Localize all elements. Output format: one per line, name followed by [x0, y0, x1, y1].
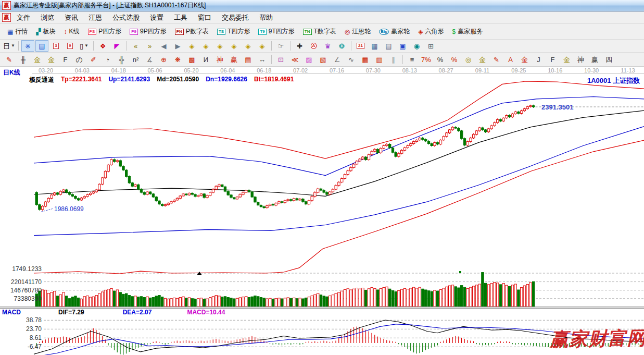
sectors-button[interactable]: ▞板块 [32, 26, 59, 37]
t9-square-button[interactable]: T99T四方形 [254, 26, 298, 37]
period-day-dropdown[interactable]: 日▼ [3, 40, 16, 52]
gold-level-tool[interactable]: 金 [476, 54, 489, 65]
zoom-in-h-icon[interactable]: ◈ [199, 40, 212, 52]
p-square-button[interactable]: PSP四方形 [84, 26, 126, 37]
hatch-tool[interactable]: ∥ [387, 54, 400, 65]
f-split-tool[interactable]: F [546, 54, 559, 65]
circle-cross-tool[interactable]: ⊕ [157, 54, 170, 65]
quotes-button[interactable]: ▦行情 [3, 26, 32, 37]
kline-button[interactable]: ↕K线 [60, 26, 84, 37]
p-digits-button[interactable]: PNP数字表 [171, 26, 213, 37]
menu-item-9[interactable]: 帮助 [255, 12, 277, 23]
pencil-angle-tool[interactable]: ✐ [87, 54, 100, 65]
print-icon[interactable]: ⊞ [424, 40, 437, 52]
compress-all-icon[interactable]: ◈ [228, 40, 241, 52]
fib-frame-tool[interactable]: F [59, 54, 72, 65]
ying-split-tool[interactable]: 赢 [588, 54, 601, 65]
crosshair-icon-glyph: ✚ [297, 43, 302, 50]
select-web-icon[interactable]: ❖ [96, 40, 109, 52]
time-circle-tool[interactable]: ◔ [101, 54, 114, 65]
gold-split2-tool[interactable]: 金 [560, 54, 573, 65]
grid-box-tool[interactable]: ▩ [185, 54, 198, 65]
gold-circle-tool[interactable]: ◎ [462, 54, 475, 65]
hexagon-button[interactable]: ◈六角形 [414, 26, 448, 37]
gold-box-2-tool[interactable]: 金 [45, 54, 58, 65]
n-square-tool[interactable]: n² [129, 54, 142, 65]
si-split-tool[interactable]: 四 [602, 54, 615, 65]
menu-item-3[interactable]: 江恩 [84, 12, 107, 23]
export-web-icon[interactable]: ◉ [410, 40, 423, 52]
candle-body [422, 138, 424, 140]
shen-split-tool[interactable]: 神 [574, 54, 587, 65]
kline-3-icon[interactable]: 3 [49, 40, 62, 52]
shen-box-tool[interactable]: 神 [213, 54, 226, 65]
zoom-region-icon[interactable]: A [307, 40, 320, 52]
menu-item-4[interactable]: 公式选股 [108, 12, 144, 23]
box-select-tool[interactable]: ⊡ [274, 54, 287, 65]
gann-web-icon[interactable]: ※ [21, 40, 34, 52]
spiral-tool[interactable]: の [73, 54, 86, 65]
hand-drag-icon[interactable]: ☞ [274, 40, 287, 52]
volume-bar [413, 287, 415, 307]
candle-body [113, 160, 116, 162]
expand-v-icon[interactable]: ◈ [242, 40, 255, 52]
notepad-icon[interactable]: ▤ [382, 40, 395, 52]
last-bar-icon[interactable]: » [143, 40, 156, 52]
j-split-tool[interactable]: J [532, 54, 545, 65]
zoom-out-h-icon[interactable]: ◈ [185, 40, 198, 52]
fan-box-tool[interactable]: ▨ [302, 54, 315, 65]
first-bar-icon[interactable]: « [129, 40, 142, 52]
radar-web-tool[interactable]: ❋ [171, 54, 184, 65]
fan-lines-tool[interactable]: ≪ [288, 54, 301, 65]
t-digits-button[interactable]: TNT数字表 [299, 26, 340, 37]
mirror-angle-tool[interactable]: ∡ [143, 54, 156, 65]
winner-service-button[interactable]: $赢家服务 [448, 26, 487, 37]
red-pencil-tool[interactable]: ✎ [490, 54, 503, 65]
ruler-123-tool[interactable]: ▤ [242, 54, 255, 65]
price-grid-tool[interactable]: ╬ [115, 54, 128, 65]
red-grid-tool[interactable]: ▦ [359, 54, 372, 65]
menu-item-6[interactable]: 工具 [169, 12, 192, 23]
menu-item-2[interactable]: 资讯 [60, 12, 83, 23]
ying-box-tool[interactable]: 赢 [228, 54, 241, 65]
gold-box-1-tool[interactable]: 金 [31, 54, 44, 65]
level-steps-tool[interactable]: ≡ [406, 54, 419, 65]
h-measure-tool[interactable]: ↔ [256, 54, 269, 65]
winner-wheel-button[interactable]: Big赢家轮 [375, 26, 414, 37]
wave-tool[interactable]: ∿ [345, 54, 358, 65]
menu-item-1[interactable]: 浏览 [36, 12, 59, 23]
color-flag-icon[interactable]: ◤ [110, 40, 123, 52]
gann-tools-icon[interactable]: ♛ [321, 40, 334, 52]
calendar-icon[interactable]: 21 [354, 40, 367, 52]
segment-lines-tool[interactable]: И [199, 54, 212, 65]
gann-grid-tool[interactable]: ╫ [17, 54, 30, 65]
menu-item-0[interactable]: 文件 [12, 12, 35, 23]
percent-line-tool[interactable]: % [448, 54, 461, 65]
f10-info-icon[interactable]: ▤ [35, 40, 48, 52]
expand-all-icon[interactable]: ◈ [213, 40, 226, 52]
compress-v-icon[interactable]: ◈ [256, 40, 269, 52]
web-box-tool[interactable]: ▧ [317, 54, 330, 65]
menu-item-8[interactable]: 交易委托 [217, 12, 254, 23]
calculator-icon[interactable]: ▦ [368, 40, 381, 52]
pencil-tool[interactable]: ✎ [3, 54, 16, 65]
candle-style-dropdown[interactable]: ▯▼ [78, 40, 91, 52]
percent-tool[interactable]: % [434, 54, 447, 65]
menu-item-5[interactable]: 设置 [145, 12, 168, 23]
trend-angle-tool[interactable]: ∠ [331, 54, 344, 65]
a-split-tool[interactable]: A [504, 54, 517, 65]
next-bar-icon[interactable]: ▶ [171, 40, 184, 52]
gold-split-tool[interactable]: 金 [518, 54, 531, 65]
candle-style-dropdown-arrow-icon: ▼ [84, 44, 89, 48]
prev-bar-icon[interactable]: ◀ [157, 40, 170, 52]
gann-wheel-button[interactable]: ◎江恩轮 [340, 26, 375, 37]
t-square-button[interactable]: TST四方形 [213, 26, 255, 37]
save-icon[interactable]: ▣ [396, 40, 409, 52]
analysis-icon[interactable]: ❂ [335, 40, 348, 52]
p9-square-button[interactable]: P99P四方形 [125, 26, 170, 37]
menu-item-7[interactable]: 窗口 [193, 12, 216, 23]
percent7-tool[interactable]: 7% [420, 54, 433, 65]
kline-9-icon[interactable]: 9 [64, 40, 77, 52]
grid-b-tool[interactable]: ▥ [373, 54, 386, 65]
crosshair-icon[interactable]: ✚ [293, 40, 306, 52]
